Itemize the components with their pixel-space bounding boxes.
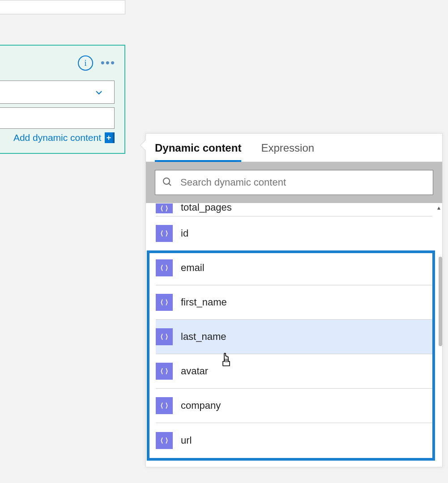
info-icon[interactable]: i <box>78 55 93 71</box>
dynamic-content-label: email <box>181 262 205 274</box>
search-bar-container <box>146 162 442 203</box>
channel-dropdown[interactable] <box>0 80 115 104</box>
svg-line-1 <box>169 183 171 186</box>
add-dynamic-content-link[interactable]: Add dynamic content <box>13 132 101 143</box>
tab-dynamic-content[interactable]: Dynamic content <box>155 142 241 161</box>
scroll-thumb[interactable] <box>439 257 442 346</box>
dynamic-content-label: company <box>181 400 221 411</box>
dynamic-content-label: first_name <box>181 297 227 308</box>
dynamic-content-icon <box>156 259 173 276</box>
flyout-tabs: Dynamic content Expression <box>146 134 442 162</box>
dynamic-content-item[interactable]: last_name <box>156 320 432 354</box>
dynamic-content-item[interactable]: url <box>156 423 432 458</box>
scrollbar[interactable]: ▴ <box>431 203 442 467</box>
dynamic-content-label: id <box>181 228 188 239</box>
more-icon[interactable]: ••• <box>101 58 115 67</box>
dynamic-content-icon <box>156 294 173 311</box>
dynamic-content-label: avatar <box>181 365 208 377</box>
dynamic-content-item[interactable]: email <box>156 251 432 285</box>
search-box[interactable] <box>155 170 433 195</box>
svg-point-0 <box>163 178 170 184</box>
dynamic-content-icon <box>156 328 173 345</box>
dynamic-content-icon <box>156 432 173 449</box>
plus-icon[interactable]: + <box>105 132 115 143</box>
flyout-caret <box>141 140 146 151</box>
chevron-down-icon <box>94 87 104 100</box>
dynamic-content-list: total_pages id email first_name <box>146 203 442 467</box>
dynamic-content-icon <box>156 363 173 380</box>
tab-expression[interactable]: Expression <box>261 142 314 161</box>
dynamic-content-icon <box>156 203 173 213</box>
action-card: i ••• , see https://api.slack.com, Add d… <box>0 45 125 154</box>
dynamic-content-flyout: Dynamic content Expression total_pages <box>145 133 443 467</box>
dynamic-content-item[interactable]: avatar <box>156 354 432 389</box>
dynamic-content-label: total_pages <box>181 203 232 213</box>
dynamic-content-icon <box>156 225 173 242</box>
dynamic-content-item[interactable]: company <box>156 389 432 423</box>
action-card-body: , see https://api.slack.com, Add dynamic… <box>0 80 124 153</box>
message-text-input[interactable]: , see https://api.slack.com, <box>0 107 115 129</box>
dynamic-content-label: url <box>181 435 192 446</box>
top-blank-panel <box>0 0 125 14</box>
dynamic-content-item[interactable]: first_name <box>156 285 432 320</box>
action-card-header: i ••• <box>0 46 124 80</box>
add-dynamic-content-row: Add dynamic content + <box>0 129 115 143</box>
search-icon <box>162 176 172 189</box>
scroll-up-icon[interactable]: ▴ <box>437 204 440 211</box>
dynamic-content-item[interactable]: total_pages <box>156 203 432 216</box>
dynamic-content-item[interactable]: id <box>156 216 432 251</box>
dynamic-content-icon <box>156 397 173 414</box>
search-input[interactable] <box>180 177 427 188</box>
dynamic-content-label: last_name <box>181 331 226 343</box>
